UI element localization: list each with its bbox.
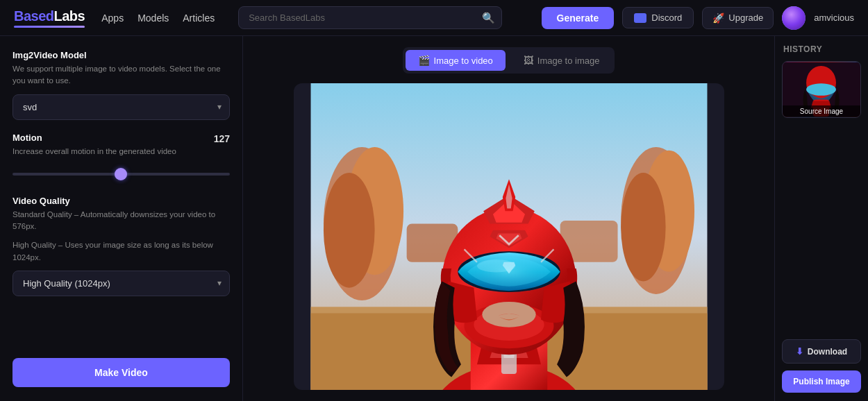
download-button[interactable]: ⬇ Download — [782, 339, 861, 364]
image-tab-icon: 🖼 — [524, 55, 533, 66]
avatar[interactable] — [782, 6, 806, 30]
username: amvicious — [814, 12, 854, 23]
quality-desc-high: High Quality – Uses your image size as l… — [12, 239, 230, 264]
discord-icon — [634, 13, 646, 23]
quality-title: Video Quality — [12, 196, 230, 206]
main-layout: Img2Video Model We support multiple imag… — [0, 36, 868, 401]
quality-desc-standard: Standard Quality – Automatically downsiz… — [12, 209, 230, 233]
model-section-desc: We support multiple image to video model… — [12, 63, 230, 87]
svg-point-6 — [621, 173, 665, 282]
motion-header: Motion 127 — [12, 133, 230, 146]
nav-articles[interactable]: Articles — [183, 12, 215, 24]
tab-image-to-video[interactable]: 🎬 Image to video — [406, 50, 506, 71]
content-area: 🎬 Image to video 🖼 Image to image — [243, 36, 774, 401]
history-item[interactable]: Source Image — [782, 61, 861, 118]
quality-section: Video Quality Standard Quality – Automat… — [12, 196, 230, 296]
make-video-button[interactable]: Make Video — [12, 358, 230, 387]
publish-button[interactable]: Publish Image — [782, 370, 861, 393]
discord-button[interactable]: Discord — [622, 7, 694, 28]
motion-desc: Increase overall motion in the generated… — [12, 146, 230, 157]
model-select-wrapper: svd stable-video kling runway ▾ — [12, 94, 230, 120]
nav-apps[interactable]: Apps — [101, 12, 124, 24]
upgrade-label: Upgrade — [728, 12, 763, 23]
search-icon-button[interactable]: 🔍 — [482, 12, 495, 24]
right-panel: History Source Image ⬇ Downloa — [774, 36, 868, 401]
svg-point-3 — [323, 173, 374, 288]
download-label: Download — [808, 347, 847, 357]
sidebar: Img2Video Model We support multiple imag… — [0, 36, 243, 401]
header-right: Generate Discord 🚀 Upgrade amvicious — [542, 6, 854, 30]
history-title: History — [782, 44, 861, 54]
nav-links: Apps Models Articles — [101, 12, 215, 24]
svg-point-34 — [806, 83, 836, 96]
logo-text: BasedLabs — [14, 8, 85, 24]
quality-select-wrapper: Standard Quality (576px) High Quality (1… — [12, 271, 230, 296]
history-item-label: Source Image — [783, 105, 860, 117]
discord-label: Discord — [651, 12, 682, 23]
motion-section: Motion 127 Increase overall motion in th… — [12, 133, 230, 183]
video-tab-icon: 🎬 — [418, 55, 430, 66]
logo[interactable]: BasedLabs — [14, 8, 85, 28]
search-input[interactable] — [238, 6, 502, 29]
motion-value: 127 — [214, 133, 230, 144]
logo-underline — [14, 26, 85, 28]
motion-title: Motion — [12, 133, 42, 143]
model-section-title: Img2Video Model — [12, 50, 230, 60]
tab-bar: 🎬 Image to video 🖼 Image to image — [403, 47, 615, 74]
main-image-container — [294, 83, 724, 390]
nav-models[interactable]: Models — [137, 12, 169, 24]
model-section: Img2Video Model We support multiple imag… — [12, 50, 230, 120]
image-tab-label: Image to image — [537, 56, 600, 66]
video-tab-label: Image to video — [434, 56, 493, 66]
header: BasedLabs Apps Models Articles 🔍 Generat… — [0, 0, 868, 36]
sidebar-spacer — [12, 309, 230, 345]
quality-select[interactable]: Standard Quality (576px) High Quality (1… — [12, 271, 230, 296]
generate-button[interactable]: Generate — [542, 7, 615, 29]
avatar-image — [782, 6, 806, 30]
search-container: 🔍 — [238, 6, 502, 29]
svg-point-30 — [456, 250, 561, 293]
tab-image-to-image[interactable]: 🖼 Image to image — [511, 50, 612, 71]
model-select[interactable]: svd stable-video kling runway — [12, 94, 230, 120]
right-panel-spacer — [782, 125, 861, 332]
motion-slider[interactable] — [12, 167, 230, 181]
main-hero-image — [294, 83, 724, 390]
svg-point-31 — [482, 302, 535, 327]
upgrade-button[interactable]: 🚀 Upgrade — [702, 7, 774, 29]
download-icon: ⬇ — [796, 346, 803, 357]
upgrade-icon: 🚀 — [712, 12, 724, 24]
